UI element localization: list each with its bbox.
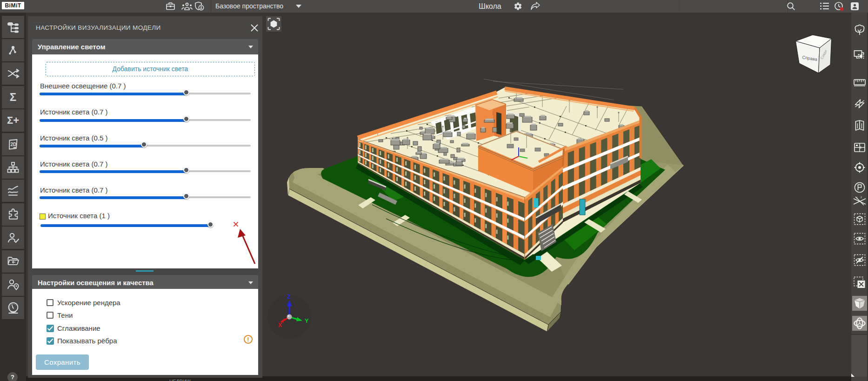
svg-text:2D: 2D (11, 141, 17, 147)
svg-text:X: X (278, 322, 282, 328)
svg-text:Y: Y (305, 317, 309, 324)
svg-text:1: 1 (856, 196, 858, 199)
svg-text:2: 2 (861, 196, 862, 199)
svg-text:Z: Z (287, 293, 291, 300)
